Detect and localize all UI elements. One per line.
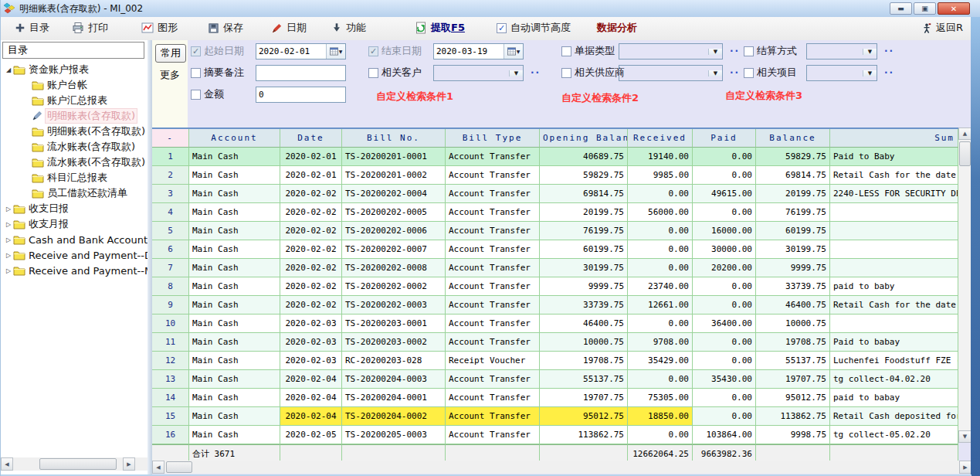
- scroll-right-button[interactable]: ▶: [959, 461, 972, 474]
- tree-item[interactable]: ▷收支日报: [1, 201, 148, 216]
- table-row[interactable]: 10Main Cash2020-02-03TS-20200203-0001Acc…: [152, 314, 958, 333]
- expander-collapsed-icon[interactable]: ▷: [4, 221, 13, 228]
- toolbar-save-button[interactable]: 保存: [208, 21, 243, 35]
- column-header[interactable]: Sum: [830, 129, 958, 148]
- column-header[interactable]: Paid: [693, 129, 756, 148]
- end-date-input[interactable]: [434, 44, 500, 59]
- tree-item[interactable]: 账户汇总报表: [1, 93, 148, 108]
- table-row[interactable]: 15Main Cash2020-02-04TS-20200204-0002Acc…: [152, 407, 958, 426]
- tree-item[interactable]: 科目汇总报表: [1, 170, 148, 185]
- column-header[interactable]: Bill No.: [342, 129, 446, 148]
- scroll-right-button[interactable]: ▶: [123, 457, 135, 471]
- settlement-checkbox[interactable]: [744, 46, 754, 56]
- table-row[interactable]: 5Main Cash2020-02-02TS-20200202-0006Acco…: [152, 222, 958, 240]
- maximize-button[interactable]: ▣: [914, 2, 936, 15]
- tree-item[interactable]: 流水账表(含存取款): [1, 139, 148, 155]
- memo-input[interactable]: [256, 66, 345, 80]
- dropdown-arrow-icon[interactable]: ▼: [863, 49, 877, 55]
- tree-item[interactable]: 明细账表(不含存取款): [1, 124, 148, 139]
- customer-more-button[interactable]: ··: [531, 67, 541, 78]
- customer-checkbox[interactable]: [368, 68, 378, 78]
- minimize-button[interactable]: ▬: [890, 2, 912, 15]
- toolbar-date-button[interactable]: 日期: [271, 21, 307, 35]
- table-row[interactable]: 3Main Cash2020-02-02TS-20200202-0004Acco…: [152, 185, 958, 203]
- table-vscrollbar[interactable]: ▲ ▼: [958, 128, 972, 443]
- scroll-left-button[interactable]: ◀: [152, 461, 164, 474]
- tree-item[interactable]: ▷Receive and Payment--Mo: [1, 263, 148, 278]
- table-row[interactable]: 7Main Cash2020-02-02TS-20200202-0008Acco…: [152, 259, 958, 277]
- table-row[interactable]: 1Main Cash2020-02-01TS-20200201-0001Acco…: [152, 148, 958, 166]
- expander-collapsed-icon[interactable]: ▷: [4, 236, 13, 243]
- calendar-dropdown-button[interactable]: ▼: [326, 44, 345, 59]
- scroll-up-button[interactable]: ▲: [958, 128, 972, 140]
- tab-common[interactable]: 常用: [155, 44, 186, 63]
- data-analysis-button[interactable]: 数据分析: [597, 21, 637, 35]
- column-header[interactable]: Bill Type: [446, 129, 540, 148]
- table-row[interactable]: 6Main Cash2020-02-02TS-20200202-0007Acco…: [152, 240, 958, 259]
- tree-item[interactable]: 账户台帐: [1, 77, 148, 93]
- settlement-more-button[interactable]: ··: [884, 46, 894, 56]
- memo-checkbox[interactable]: [191, 68, 201, 78]
- table-row[interactable]: 8Main Cash2020-02-02TS-20200202-0002Acco…: [152, 277, 958, 296]
- table-row[interactable]: 11Main Cash2020-02-03TS-20200203-0002Acc…: [152, 333, 958, 352]
- toolbar-function-button[interactable]: 功能: [331, 21, 366, 35]
- column-header[interactable]: -: [152, 129, 189, 148]
- end-date-checkbox[interactable]: ✓: [368, 46, 378, 56]
- tree-item[interactable]: 明细账表(含存取款): [1, 108, 148, 124]
- close-button[interactable]: ✕: [938, 2, 970, 15]
- expander-collapsed-icon[interactable]: ▷: [4, 206, 13, 212]
- auto-height-checkbox[interactable]: ✓ 自动调节高度: [497, 21, 571, 35]
- tree-item[interactable]: ◢资金账户报表: [1, 62, 148, 77]
- amount-checkbox[interactable]: [191, 90, 201, 100]
- table-hscrollbar[interactable]: ◀ ▶: [152, 461, 972, 474]
- column-header[interactable]: Received: [628, 129, 693, 148]
- return-button[interactable]: 返回R: [921, 21, 963, 35]
- tree-item[interactable]: 员工借款还款清单: [1, 185, 148, 201]
- supplier-select[interactable]: ▼: [619, 65, 723, 81]
- table-row[interactable]: 12Main Cash2020-02-03RC-20200203-028Rece…: [152, 352, 958, 370]
- toolbar-print-button[interactable]: 打印: [72, 21, 108, 35]
- dropdown-arrow-icon[interactable]: ▼: [708, 49, 722, 55]
- table-row[interactable]: 4Main Cash2020-02-02TS-20200202-0005Acco…: [152, 203, 958, 222]
- start-date-input[interactable]: [256, 44, 323, 59]
- project-more-button[interactable]: ··: [884, 67, 894, 78]
- table-row[interactable]: 2Main Cash2020-02-01TS-20200201-0002Acco…: [152, 166, 958, 185]
- column-header[interactable]: Date: [280, 129, 342, 148]
- dropdown-arrow-icon[interactable]: ▼: [863, 70, 877, 76]
- bill-type-checkbox[interactable]: [561, 46, 571, 56]
- toolbar-graph-button[interactable]: 图形: [141, 21, 178, 35]
- settlement-select[interactable]: ▼: [806, 43, 877, 60]
- table-row[interactable]: 9Main Cash2020-02-02TS-20200202-0003Acco…: [152, 296, 958, 314]
- start-date-checkbox[interactable]: ✓: [191, 46, 201, 56]
- supplier-more-button[interactable]: ··: [730, 67, 740, 78]
- column-header[interactable]: Balance: [756, 129, 830, 148]
- tab-more[interactable]: 更多: [160, 68, 180, 82]
- column-header[interactable]: Opening Balance: [540, 129, 628, 148]
- table-row[interactable]: 13Main Cash2020-02-04TS-20200204-0003Acc…: [152, 370, 958, 389]
- sidebar-hscrollbar[interactable]: ◀ ▶: [1, 457, 148, 471]
- table-row[interactable]: 16Main Cash2020-02-05TS-20200205-0003Acc…: [152, 426, 958, 444]
- calendar-dropdown-button[interactable]: ▼: [504, 44, 523, 59]
- scroll-thumb[interactable]: [39, 458, 117, 470]
- tree-item[interactable]: ▷收支月报: [1, 216, 148, 232]
- dropdown-arrow-icon[interactable]: ▼: [509, 70, 523, 76]
- project-select[interactable]: ▼: [806, 65, 877, 81]
- dropdown-arrow-icon[interactable]: ▼: [708, 70, 722, 76]
- tree-item[interactable]: ▷Cash and Bank Account: [1, 232, 148, 247]
- customer-select[interactable]: ▼: [433, 65, 524, 81]
- amount-input[interactable]: [256, 87, 345, 102]
- bill-type-more-button[interactable]: ··: [730, 46, 740, 56]
- supplier-checkbox[interactable]: [561, 68, 571, 78]
- expander-expanded-icon[interactable]: ◢: [4, 66, 13, 73]
- scroll-thumb[interactable]: [166, 461, 192, 473]
- toolbar-extract-button[interactable]: 提取F5: [415, 21, 465, 35]
- expander-collapsed-icon[interactable]: ▷: [4, 267, 13, 274]
- table-row[interactable]: 14Main Cash2020-02-04TS-20200204-0001Acc…: [152, 389, 958, 407]
- project-checkbox[interactable]: [744, 68, 754, 78]
- tree-item[interactable]: ▷Receive and Payment--Da: [1, 247, 148, 263]
- bill-type-select[interactable]: ▼: [619, 43, 723, 60]
- scroll-thumb[interactable]: [959, 141, 971, 166]
- column-header[interactable]: Account: [189, 129, 280, 148]
- expander-collapsed-icon[interactable]: ▷: [4, 252, 13, 259]
- toolbar-catalog-button[interactable]: 目录: [15, 21, 49, 35]
